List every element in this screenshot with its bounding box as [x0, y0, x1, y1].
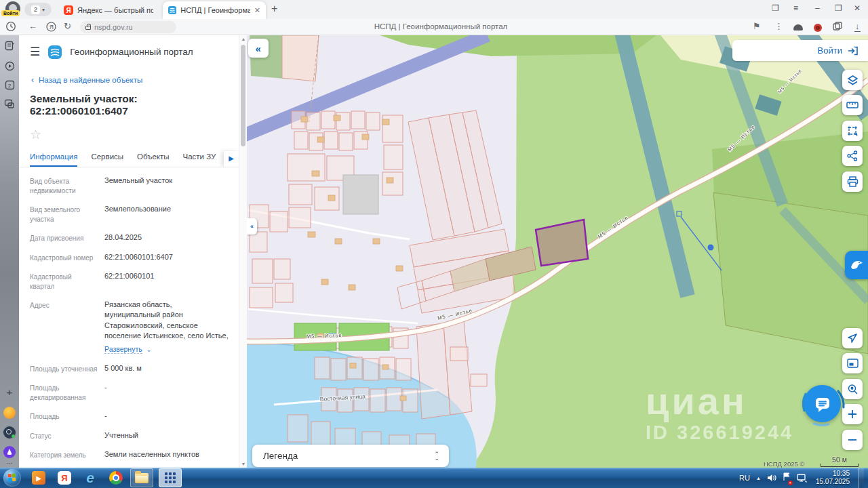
field-row: Кадастровый квартал62:21:0060101: [30, 271, 229, 291]
svg-text:Я: Я: [50, 24, 54, 30]
back-to-results-link[interactable]: ‹ Назад в найденные объекты: [19, 66, 239, 85]
yandex-favicon: Я: [64, 5, 73, 15]
back-icon[interactable]: ←: [28, 21, 37, 31]
alice-app-icon[interactable]: [3, 446, 16, 458]
show-desktop-button[interactable]: [859, 468, 864, 488]
field-row: Дата присвоения28.04.2025: [30, 232, 229, 243]
new-tab-button[interactable]: +: [271, 3, 277, 15]
panel-tab-сервисы[interactable]: Сервисы: [91, 152, 123, 167]
screenshot-icon[interactable]: [0, 99, 19, 112]
panel-tab-информация[interactable]: Информация: [30, 152, 77, 167]
profile-login-badge[interactable]: Войти: [1, 10, 20, 16]
internet-explorer-taskbar-icon[interactable]: e: [79, 468, 102, 487]
tab-panel-icon[interactable]: ❐: [772, 3, 779, 13]
video-play-icon[interactable]: [0, 61, 19, 74]
field-row: Вид объекта недвижимостиЗемельный участо…: [30, 176, 229, 195]
browser-menu-icon[interactable]: ≡: [793, 3, 798, 13]
tray-date: 15.07.2025: [816, 478, 850, 485]
music-app-icon[interactable]: [3, 407, 16, 419]
field-label: Кадастровый номер: [30, 252, 98, 263]
field-label: Кадастровый квартал: [30, 271, 98, 291]
tabs-count-icon[interactable]: 2: [0, 80, 19, 93]
volume-icon[interactable]: [767, 474, 776, 482]
nspd-favicon: [168, 5, 176, 15]
map-attribution: НСПД 2025 ©: [764, 460, 804, 468]
login-bar[interactable]: Войти: [732, 40, 868, 61]
locate-me-button[interactable]: [842, 328, 863, 348]
legend-label: Легенда: [263, 451, 298, 461]
tab-title: Яндекс — быстрый поиск: [77, 6, 153, 14]
share-button[interactable]: [842, 146, 863, 166]
field-row: СтатусУчтенный: [30, 430, 229, 441]
field-list: Вид объекта недвижимостиЗемельный участо…: [19, 167, 239, 468]
measure-ruler-button[interactable]: [842, 95, 863, 115]
address-bar[interactable]: nspd.gov.ru: [80, 21, 176, 33]
minimap-button[interactable]: [842, 353, 863, 373]
map-area[interactable]: P: [247, 35, 868, 468]
history-clock-icon[interactable]: [5, 21, 16, 34]
network-display-icon[interactable]: [797, 474, 807, 483]
scrollbar-thumb[interactable]: [241, 45, 245, 146]
assistant-pelican-button[interactable]: [845, 251, 868, 279]
chat-button[interactable]: [804, 385, 841, 422]
chat-widget[interactable]: [799, 380, 846, 428]
field-label: Категория земель: [30, 449, 98, 460]
file-explorer-taskbar-icon[interactable]: [130, 468, 153, 487]
tabs-scroll-right-button[interactable]: ▶: [224, 151, 239, 167]
tab-counter[interactable]: 2 ▾: [24, 3, 52, 16]
messenger-app-icon[interactable]: [3, 426, 16, 439]
yandex-search-icon[interactable]: Я: [46, 22, 56, 34]
extension-moon-icon[interactable]: [793, 24, 803, 30]
start-button[interactable]: [3, 469, 21, 487]
feed-icon[interactable]: [0, 41, 19, 54]
legend-bar[interactable]: Легенда ⌃⌄: [252, 445, 449, 467]
field-label: Вид объекта недвижимости: [30, 176, 98, 195]
extension-red-icon[interactable]: [814, 24, 822, 32]
collections-icon[interactable]: [833, 22, 842, 33]
yandex-browser-taskbar-icon[interactable]: Я: [53, 468, 76, 487]
login-label: Войти: [818, 45, 842, 56]
panel-header: ☰ Геоинформационный портал: [19, 35, 239, 66]
panel-collapse-button[interactable]: «: [248, 39, 269, 58]
zoom-out-button[interactable]: [842, 430, 863, 450]
more-dots-icon[interactable]: ⋮: [774, 21, 783, 31]
favorite-star-icon[interactable]: ☆: [30, 127, 47, 144]
svg-text:2: 2: [7, 83, 11, 89]
media-player-taskbar-icon[interactable]: ▶: [27, 468, 50, 487]
close-window-button[interactable]: ✕: [854, 3, 861, 13]
map-canvas[interactable]: P: [247, 35, 868, 468]
parcel-title: Земельный участок: 62:21:0060101:6407: [19, 85, 239, 117]
panel-tab-объекты[interactable]: Объекты: [137, 152, 169, 167]
chrome-taskbar-icon[interactable]: [104, 468, 127, 487]
download-icon[interactable]: ↓: [854, 21, 861, 31]
expand-address-link[interactable]: Развернуть⌄: [104, 344, 229, 354]
browser-tab-nspd[interactable]: НСПД | Геоинформаци ✕: [163, 1, 266, 19]
more-apps-icon[interactable]: ⋯: [0, 460, 19, 467]
layers-button[interactable]: [842, 70, 863, 90]
field-value: 28.04.2025: [104, 232, 229, 243]
scale-bar: 50 м: [821, 455, 859, 467]
panel-scrollbar[interactable]: ▲ ▼: [239, 35, 247, 468]
reload-icon[interactable]: ↻: [64, 21, 71, 31]
panel-tabs: ИнформацияСервисыОбъектыЧасти ЗУСоста▶: [19, 144, 239, 167]
mini-collapse-button[interactable]: «: [247, 218, 257, 235]
restore-button[interactable]: ❐: [835, 3, 842, 13]
lock-icon: [85, 26, 91, 30]
print-button[interactable]: [842, 171, 863, 192]
polygon-select-button[interactable]: [842, 121, 863, 141]
action-center-flag-icon[interactable]: ✕: [783, 472, 791, 484]
panel-tab-части-зу[interactable]: Части ЗУ: [183, 152, 216, 167]
field-row: Площадь-: [30, 411, 229, 422]
language-indicator[interactable]: RU: [739, 474, 750, 482]
add-panel-icon[interactable]: +: [0, 386, 19, 398]
tray-expand-icon[interactable]: ▲: [756, 476, 761, 481]
hamburger-menu-icon[interactable]: ☰: [30, 45, 40, 59]
tray-time: 10:35: [833, 470, 850, 477]
clock[interactable]: 10:35 15.07.2025: [816, 470, 850, 487]
browser-tab-yandex[interactable]: Я Яндекс — быстрый поиск: [58, 1, 160, 19]
close-tab-icon[interactable]: ✕: [254, 6, 260, 15]
app-launcher-taskbar-icon[interactable]: [159, 468, 182, 487]
minimize-button[interactable]: –: [815, 3, 820, 13]
bookmark-flag-icon[interactable]: ⚑: [753, 21, 761, 31]
chevron-left-icon: ‹: [31, 75, 34, 85]
